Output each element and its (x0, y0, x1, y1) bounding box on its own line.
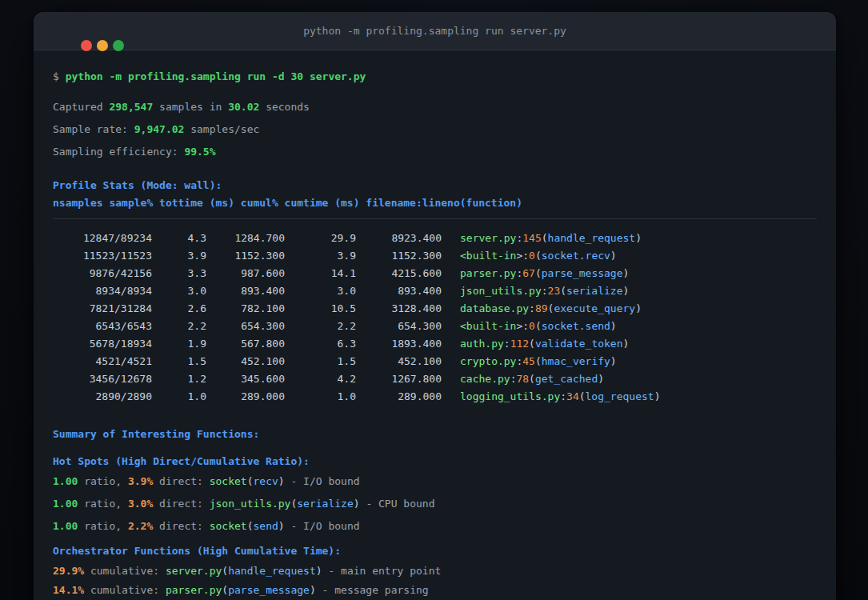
text-segment: : (529, 302, 535, 314)
captured-line: Captured 298,547 samples in 30.02 second… (53, 99, 817, 115)
text-segment: 1.00 (53, 475, 78, 487)
text-segment: socket (210, 475, 247, 487)
function-location: server.py:145(handle_request) (460, 230, 642, 247)
table-row: 7821/312842.6782.10010.53128.400database… (53, 300, 817, 318)
text-segment: - CPU bound (360, 498, 435, 510)
text-segment: 2.2 (285, 318, 356, 335)
text-segment: ( (535, 320, 542, 332)
text-segment: 5678/18934 (53, 335, 152, 353)
text-segment: samples/sec (184, 123, 259, 135)
table-row: 12847/892344.31284.70029.98923.400server… (53, 230, 817, 247)
text-segment: cache.py (460, 373, 510, 385)
text-segment: - I/O bound (285, 475, 360, 487)
text-segment: 45 (522, 355, 535, 367)
terminal-output: $ python -m profiling.sampling run -d 30… (34, 69, 836, 598)
command-line: $ python -m profiling.sampling run -d 30… (53, 69, 817, 85)
text-segment: parser.py (460, 267, 516, 279)
text-segment: 1152.300 (356, 247, 442, 265)
text-segment: : (522, 320, 529, 332)
text-segment: 8923.400 (356, 230, 442, 247)
table-row: 8934/89343.0893.4003.0893.400json_utils.… (53, 282, 817, 300)
table-row: 2890/28901.0289.0001.0289.000logging_uti… (53, 388, 817, 406)
text-segment: 2.6 (152, 300, 206, 318)
text-segment: $ (53, 70, 66, 82)
text-segment: 7821/31284 (53, 300, 152, 318)
text-segment: 567.800 (206, 335, 285, 353)
text-segment: 3.0 (152, 282, 206, 300)
text-segment: ( (535, 250, 542, 262)
text-segment: handle_request (228, 565, 316, 577)
hot-spots-heading: Hot Spots (High Direct/Cumulative Ratio)… (53, 454, 817, 470)
text-segment: crypto.py (460, 355, 516, 367)
text-segment: 6543/6543 (53, 318, 152, 335)
text-segment: ) (635, 232, 642, 244)
text-segment: serialize (566, 285, 622, 297)
text-segment: 0 (529, 320, 535, 332)
text-segment: 289.000 (356, 388, 442, 406)
maximize-button[interactable] (113, 40, 124, 51)
text-segment: 654.300 (206, 318, 285, 335)
table-columns-header: nsamples sample% tottime (ms) cumul% cum… (53, 195, 817, 211)
text-segment: python -m profiling.sampling run -d 30 s… (66, 70, 366, 82)
text-segment: - message parsing (316, 584, 429, 596)
text-segment: 9876/42156 (53, 265, 152, 282)
text-segment: ratio, (78, 520, 128, 532)
text-segment: : (522, 250, 529, 262)
text-segment: ) (316, 565, 322, 577)
function-location: logging_utils.py:34(log_request) (460, 388, 660, 406)
text-segment: ratio, (78, 475, 128, 487)
text-segment: 1284.700 (206, 230, 285, 247)
text-segment: 1.5 (285, 353, 356, 370)
text-segment: execute_query (554, 302, 635, 314)
function-location: crypto.py:45(hmac_verify) (460, 353, 617, 370)
text-segment: ( (535, 267, 542, 279)
orchestrators-heading: Orchestrator Functions (High Cumulative … (53, 543, 817, 559)
function-location: auth.py:112(validate_token) (460, 335, 629, 353)
text-segment: 30.02 (228, 101, 259, 113)
minimize-button[interactable] (97, 40, 108, 51)
close-button[interactable] (81, 40, 92, 51)
text-segment: database.py (460, 302, 529, 314)
text-segment: 2.2 (152, 318, 206, 335)
text-segment: ( (247, 520, 254, 532)
table-row: 11523/115233.91152.3003.91152.300<built-… (53, 247, 817, 265)
orchestrator-line: 29.9% cumulative: server.py(handle_reque… (53, 563, 817, 579)
text-segment: 23 (548, 285, 561, 297)
efficiency-line: Sampling efficiency: 99.5% (53, 144, 817, 160)
text-segment: cumulative: (84, 565, 166, 577)
text-segment: serialize (297, 498, 353, 510)
text-segment: 4215.600 (356, 265, 442, 282)
text-segment: 3456/12678 (53, 370, 152, 388)
text-segment: 1267.800 (356, 370, 442, 388)
window-controls (81, 40, 124, 51)
function-location: json_utils.py:23(serialize) (460, 282, 629, 300)
text-segment: direct: (153, 520, 209, 532)
text-segment: log_request (586, 390, 654, 402)
text-segment: 29.9 (285, 230, 356, 247)
text-segment: 9,947.02 (134, 123, 185, 135)
function-location: <built-in>:0(socket.recv) (460, 247, 617, 265)
text-segment: validate_token (535, 338, 623, 350)
text-segment: server.py (166, 565, 222, 577)
text-segment: ) (610, 250, 617, 262)
text-segment: direct: (153, 498, 209, 510)
text-segment: 1.00 (53, 498, 78, 510)
text-segment: socket.recv (542, 250, 610, 262)
text-segment: 89 (535, 302, 548, 314)
text-segment: 298,547 (109, 101, 153, 113)
text-segment: 11523/11523 (53, 247, 152, 265)
text-segment: 3.0 (285, 282, 356, 300)
text-segment: ) (654, 390, 661, 402)
text-segment: 4.2 (285, 370, 356, 388)
text-segment: 1.0 (152, 388, 206, 406)
text-segment: 2.2% (128, 520, 153, 532)
text-segment: ( (535, 355, 542, 367)
titlebar[interactable]: python -m profiling.sampling run server.… (34, 12, 836, 50)
hot-spot-line: 1.00 ratio, 3.0% direct: json_utils.py(s… (53, 496, 817, 512)
terminal-window: python -m profiling.sampling run server.… (34, 12, 836, 600)
text-segment: 3.9 (152, 247, 206, 265)
text-segment: 10.5 (285, 300, 356, 318)
text-segment: socket.send (542, 320, 610, 332)
text-segment: ) (278, 475, 285, 487)
text-segment: ( (560, 285, 566, 297)
